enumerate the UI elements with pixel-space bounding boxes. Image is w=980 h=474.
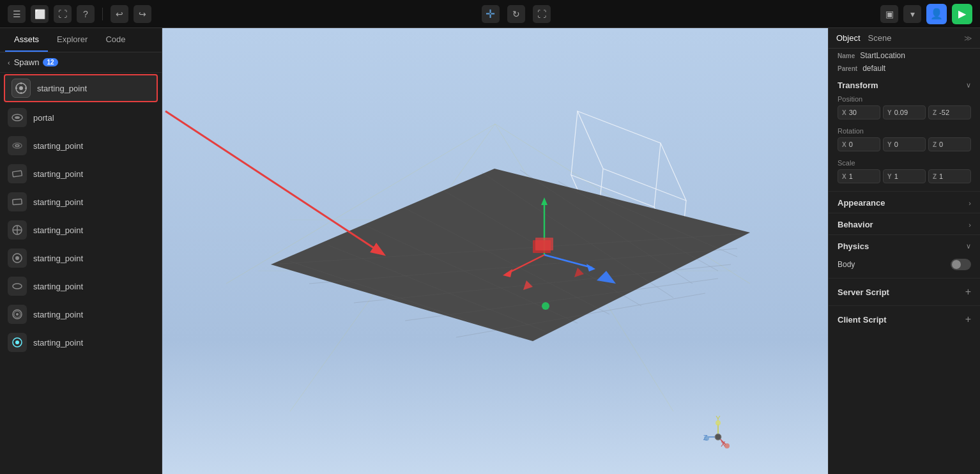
list-item-portal[interactable]: portal [0, 103, 162, 132]
move-tool-icon[interactable]: ✛ [482, 5, 500, 23]
physics-section-header[interactable]: Physics ∨ [829, 235, 980, 256]
fullscreen-icon[interactable]: ⛶ [54, 5, 72, 23]
topbar-left: ☰ ⬜ ⛶ ? ↩ ↪ [8, 5, 151, 23]
parent-value: default [862, 64, 885, 73]
rotation-group: Rotation X 0 Y 0 Z 0 [829, 127, 980, 159]
rotation-y-input[interactable]: Y 0 [883, 137, 926, 151]
redo-button[interactable]: ↪ [134, 5, 151, 23]
client-script-add-icon[interactable]: + [965, 314, 971, 325]
list-item-sp7[interactable]: starting_point [0, 272, 162, 300]
panel-tabs: Object Scene ≫ [829, 28, 980, 49]
server-script-header[interactable]: Server Script + [829, 279, 980, 305]
position-z-input[interactable]: Z -52 [928, 105, 971, 119]
svg-point-73 [724, 443, 730, 448]
list-item-sp3-label: starting_point [33, 169, 83, 179]
list-item-selected[interactable]: starting_point [4, 74, 158, 102]
list-item-portal-label: portal [33, 113, 54, 123]
svg-point-62 [542, 302, 549, 310]
client-script-section: Client Script + [829, 305, 980, 333]
layout-icon[interactable]: ⬜ [31, 5, 49, 23]
scale-label: Scale [838, 159, 971, 167]
svg-point-8 [13, 143, 22, 148]
appearance-section-header[interactable]: Appearance › [829, 192, 980, 213]
scale-group: Scale X 1 Y 1 Z 1 [829, 159, 980, 191]
behavior-title: Behavior [838, 220, 873, 229]
main-area: Assets Explorer Code ‹ Spawn 12 [0, 28, 980, 474]
rotation-z-input[interactable]: Z 0 [928, 137, 971, 151]
play-button[interactable]: ▶ [952, 4, 972, 24]
viewport[interactable]: Y Z X [162, 28, 828, 474]
client-script-header[interactable]: Client Script + [829, 306, 980, 333]
menu-icon[interactable]: ☰ [8, 5, 26, 23]
item-icon-selected [11, 79, 31, 98]
topbar-right: ▣ ▾ 👤 ▶ [880, 4, 972, 24]
tab-code[interactable]: Code [96, 28, 134, 52]
list-item-sp2[interactable]: starting_point [0, 132, 162, 160]
transform-section-header[interactable]: Transform ∨ [829, 74, 980, 95]
list-item-sp7-label: starting_point [33, 282, 83, 291]
tab-scene[interactable]: Scene [868, 33, 892, 43]
body-label: Body [838, 260, 855, 269]
svg-rect-58 [535, 238, 553, 250]
appearance-chevron: › [969, 199, 971, 207]
tab-explorer[interactable]: Explorer [48, 28, 96, 52]
scale-x-input[interactable]: X 1 [838, 169, 880, 183]
physics-chevron: ∨ [966, 242, 971, 250]
list-item-selected-label: starting_point [37, 84, 87, 93]
scale-z-input[interactable]: Z 1 [928, 169, 971, 183]
svg-rect-10 [13, 171, 22, 177]
scale-y-input[interactable]: Y 1 [883, 169, 926, 183]
list-item-sp6[interactable]: starting_point [0, 244, 162, 272]
svg-point-16 [15, 256, 19, 260]
behavior-section: Behavior › [829, 213, 980, 234]
expand-view-icon[interactable]: ⛶ [533, 5, 551, 23]
panel-dropdown-icon[interactable]: ▾ [903, 5, 921, 23]
svg-point-17 [13, 284, 22, 289]
server-script-section: Server Script + [829, 278, 980, 305]
sp5-icon [8, 220, 27, 240]
sp6-icon [8, 248, 27, 268]
transform-chevron: ∨ [966, 81, 971, 89]
list-item-sp9[interactable]: starting_point [0, 328, 162, 356]
panel-toggle-icon[interactable]: ▣ [880, 5, 898, 23]
list-item-sp6-label: starting_point [33, 254, 83, 263]
behavior-section-header[interactable]: Behavior › [829, 213, 980, 234]
tab-object[interactable]: Object [836, 33, 861, 43]
transform-title: Transform [838, 80, 878, 90]
svg-point-71 [716, 420, 721, 425]
position-fields: X 30 Y 0.09 Z -52 [838, 105, 971, 119]
server-script-add-icon[interactable]: + [965, 286, 971, 298]
svg-point-74 [715, 434, 721, 440]
list-item-sp4-label: starting_point [33, 197, 83, 207]
name-label: Name [838, 52, 855, 59]
sp2-icon [8, 136, 27, 155]
list-item-sp5[interactable]: starting_point [0, 216, 162, 244]
behavior-chevron: › [969, 221, 971, 229]
rotation-label: Rotation [838, 127, 971, 135]
list-item-sp3[interactable]: starting_point [0, 160, 162, 188]
list-item-sp9-label: starting_point [33, 338, 83, 348]
position-y-input[interactable]: Y 0.09 [883, 105, 926, 119]
portal-icon [8, 108, 27, 127]
user-avatar-icon[interactable]: 👤 [926, 4, 947, 24]
refresh-icon[interactable]: ↻ [507, 5, 525, 23]
left-sidebar: Assets Explorer Code ‹ Spawn 12 [0, 28, 162, 474]
list-item-sp8[interactable]: starting_point [0, 300, 162, 328]
sp4-icon [8, 192, 27, 211]
position-x-input[interactable]: X 30 [838, 105, 880, 119]
sidebar-items-list: starting_point portal [0, 73, 162, 474]
svg-point-7 [15, 116, 20, 119]
help-icon[interactable]: ? [77, 5, 95, 23]
back-arrow-icon[interactable]: ‹ [8, 59, 10, 66]
topbar: ☰ ⬜ ⛶ ? ↩ ↪ ✛ ↻ ⛶ ▣ ▾ 👤 ▶ [0, 0, 980, 28]
undo-button[interactable]: ↩ [111, 5, 128, 23]
sp3-icon [8, 164, 27, 183]
scale-fields: X 1 Y 1 Z 1 [838, 169, 971, 183]
section-name-label: Spawn [14, 57, 40, 67]
rotation-x-input[interactable]: X 0 [838, 137, 880, 151]
body-toggle[interactable] [951, 259, 971, 270]
list-item-sp4[interactable]: starting_point [0, 188, 162, 216]
panel-expand-icon[interactable]: ≫ [964, 34, 972, 43]
tab-assets[interactable]: Assets [5, 28, 48, 52]
svg-point-22 [15, 340, 19, 344]
